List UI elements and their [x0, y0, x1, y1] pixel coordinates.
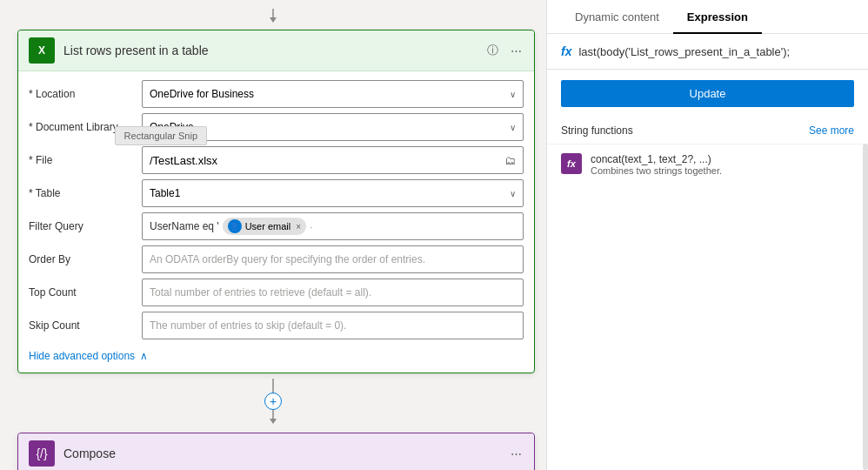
more-button[interactable]: ⋯ — [509, 43, 524, 59]
tab-dynamic-content[interactable]: Dynamic content — [561, 0, 673, 34]
svg-marker-1 — [270, 17, 277, 23]
function-item-content: concat(text_1, text_2?, ...) Combines tw… — [591, 153, 722, 176]
doc-library-dropdown-arrow: ∨ — [510, 123, 516, 132]
list-rows-card: X List rows present in a table ⓘ ⋯ * Loc — [17, 30, 535, 373]
file-browse-icon: 🗂 — [504, 154, 516, 167]
top-count-input[interactable]: Total number of entries to retrieve (def… — [142, 279, 524, 306]
filter-query-label: Filter Query — [29, 220, 142, 232]
concat-func-icon: fx — [561, 153, 582, 174]
user-email-token: 👤 User email × — [223, 218, 306, 235]
hide-advanced-button[interactable]: Hide advanced options ∧ — [29, 343, 524, 366]
order-by-label: Order By — [29, 253, 142, 265]
location-label: * Location — [29, 88, 142, 100]
table-label: * Table — [29, 187, 142, 199]
file-input[interactable]: /TestLast.xlsx 🗂 — [142, 146, 524, 174]
expression-input[interactable] — [578, 45, 854, 58]
user-email-token-label: User email — [245, 221, 291, 232]
order-by-input[interactable]: An ODATA orderBy query for specifying th… — [142, 245, 524, 273]
filter-query-text: UserName eq ' — [150, 220, 219, 232]
chevron-up-icon: ∧ — [140, 350, 148, 362]
svg-marker-4 — [270, 419, 277, 424]
card-title: List rows present in a table — [63, 44, 485, 57]
function-desc: Combines two strings together. — [591, 165, 722, 176]
table-dropdown[interactable]: Table1 ∨ — [142, 179, 524, 207]
right-panel: Dynamic content Expression fx Update Str… — [546, 0, 868, 470]
location-row: * Location OneDrive for Business ∨ — [29, 78, 524, 110]
compose-card: {/} Compose ⋯ * Inputs fx last(...) × — [17, 433, 535, 470]
bottom-connector: + — [17, 379, 529, 427]
skip-count-row: Skip Count The number of entries to skip… — [29, 310, 524, 341]
table-row: * Table Table1 ∨ — [29, 178, 524, 209]
compose-title: Compose — [63, 446, 509, 460]
table-dropdown-arrow: ∨ — [510, 189, 516, 198]
scrollbar[interactable] — [863, 144, 868, 470]
info-icon: ⓘ — [487, 44, 498, 57]
filter-query-row: Filter Query UserName eq ' 👤 User email … — [29, 211, 524, 242]
hide-advanced-label: Hide advanced options — [29, 350, 135, 362]
section-title-row: String functions See more — [547, 118, 868, 144]
panel-tabs: Dynamic content Expression — [547, 0, 868, 34]
see-more-button[interactable]: See more — [809, 124, 854, 137]
order-by-row: Order By An ODATA orderBy query for spec… — [29, 244, 524, 275]
form-body: * Location OneDrive for Business ∨ * Doc… — [18, 71, 534, 373]
plus-icon: + — [270, 395, 277, 407]
skip-count-label: Skip Count — [29, 319, 142, 332]
function-item-concat[interactable]: fx concat(text_1, text_2?, ...) Combines… — [547, 144, 868, 185]
compose-header: {/} Compose ⋯ — [18, 433, 534, 470]
compose-icon: {/} — [29, 440, 55, 467]
card-header-actions: ⓘ ⋯ — [485, 41, 524, 60]
file-label: * File — [29, 154, 142, 166]
top-connector — [17, 9, 529, 26]
section-title-label: String functions — [561, 124, 633, 137]
compose-ellipsis-icon: ⋯ — [511, 447, 522, 460]
panel-functions: fx concat(text_1, text_2?, ...) Combines… — [547, 144, 868, 470]
add-step-button[interactable]: + — [264, 393, 282, 410]
rectangular-snip: Rectangular Snip — [115, 126, 207, 145]
top-count-row: Top Count Total number of entries to ret… — [29, 277, 524, 308]
token-close-button[interactable]: × — [296, 222, 301, 232]
function-name: concat(text_1, text_2?, ...) — [591, 153, 722, 165]
expression-input-row: fx — [561, 44, 854, 58]
fx-label: fx — [561, 44, 571, 58]
expression-area: fx — [547, 34, 868, 70]
info-button[interactable]: ⓘ — [485, 41, 500, 60]
card-header: X List rows present in a table ⓘ ⋯ — [18, 30, 534, 71]
file-row: * File /TestLast.xlsx 🗂 — [29, 144, 524, 176]
update-button[interactable]: Update — [561, 80, 854, 107]
compose-more-button[interactable]: ⋯ — [509, 446, 524, 462]
top-count-label: Top Count — [29, 286, 142, 299]
location-dropdown[interactable]: OneDrive for Business ∨ — [142, 80, 524, 108]
location-dropdown-arrow: ∨ — [510, 90, 516, 99]
filter-query-input[interactable]: UserName eq ' 👤 User email × · — [142, 212, 524, 240]
tab-expression[interactable]: Expression — [673, 0, 762, 34]
excel-icon: X — [29, 37, 55, 64]
main-container: X List rows present in a table ⓘ ⋯ * Loc — [0, 0, 868, 470]
skip-count-input[interactable]: The number of entries to skip (default =… — [142, 312, 524, 339]
user-email-token-icon: 👤 — [228, 219, 242, 233]
doc-library-row: * Document Library OneDrive ∨ — [29, 111, 524, 143]
ellipsis-icon: ⋯ — [511, 44, 522, 57]
flow-area: X List rows present in a table ⓘ ⋯ * Loc — [0, 0, 546, 470]
